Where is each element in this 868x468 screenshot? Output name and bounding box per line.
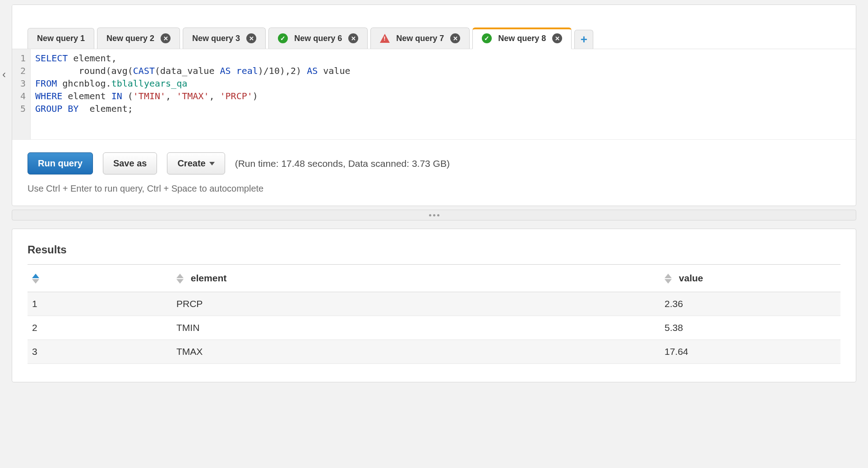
tab-query[interactable]: New query 3✕ xyxy=(183,28,266,49)
results-header-row: element value xyxy=(28,265,840,292)
col-element-label: element xyxy=(191,273,226,283)
cell-rownum: 2 xyxy=(28,316,172,340)
tab-query[interactable]: New query 1 xyxy=(28,28,94,49)
query-editor-panel: New query 1New query 2✕New query 3✕✓New … xyxy=(12,5,856,206)
sort-icon xyxy=(665,274,672,284)
close-icon[interactable]: ✕ xyxy=(552,33,562,43)
tab-query[interactable]: New query 7✕ xyxy=(370,28,470,49)
save-as-label: Save as xyxy=(113,158,147,169)
tab-label: New query 2 xyxy=(106,34,154,43)
table-row: 3TMAX17.64 xyxy=(28,340,840,364)
table-row: 1PRCP2.36 xyxy=(28,292,840,316)
run-stats: (Run time: 17.48 seconds, Data scanned: … xyxy=(235,158,450,169)
results-header-rownum[interactable] xyxy=(28,265,172,292)
warning-triangle-icon xyxy=(380,34,390,43)
close-icon[interactable]: ✕ xyxy=(246,33,256,43)
tab-query[interactable]: ✓New query 6✕ xyxy=(268,28,368,49)
results-table: element value 1PRCP2.362TMIN5.383TMAX17.… xyxy=(28,265,840,364)
drag-handle-icon xyxy=(429,214,439,216)
create-button[interactable]: Create xyxy=(167,152,225,174)
run-query-button[interactable]: Run query xyxy=(28,152,93,174)
run-query-label: Run query xyxy=(38,158,83,169)
sidebar-collapse-handle[interactable]: ‹ xyxy=(0,61,9,88)
tab-label: New query 7 xyxy=(396,34,444,43)
create-label: Create xyxy=(177,158,205,169)
close-icon[interactable]: ✕ xyxy=(348,33,358,43)
sort-icon xyxy=(32,274,39,284)
tab-label: New query 6 xyxy=(294,34,342,43)
table-row: 2TMIN5.38 xyxy=(28,316,840,340)
save-as-button[interactable]: Save as xyxy=(103,152,157,174)
editor-gutter: 12345 xyxy=(12,49,31,139)
sort-icon xyxy=(176,274,184,284)
results-panel: Results element xyxy=(12,229,856,382)
check-circle-icon: ✓ xyxy=(278,33,288,43)
tab-label: New query 1 xyxy=(37,34,85,43)
col-value-label: value xyxy=(679,273,703,283)
results-header-value[interactable]: value xyxy=(660,265,840,292)
cell-element: PRCP xyxy=(172,292,660,316)
editor-hint: Use Ctrl + Enter to run query, Ctrl + Sp… xyxy=(12,179,856,203)
plus-icon: + xyxy=(581,32,587,46)
check-circle-icon: ✓ xyxy=(482,33,492,43)
tab-query[interactable]: New query 2✕ xyxy=(97,28,180,49)
panel-splitter[interactable] xyxy=(12,210,856,220)
caret-down-icon xyxy=(209,162,215,165)
cell-element: TMIN xyxy=(172,316,660,340)
cell-value: 2.36 xyxy=(660,292,840,316)
cell-element: TMAX xyxy=(172,340,660,364)
editor-toolbar: Run query Save as Create (Run time: 17.4… xyxy=(12,139,856,179)
cell-rownum: 3 xyxy=(28,340,172,364)
results-header-element[interactable]: element xyxy=(172,265,660,292)
add-tab-button[interactable]: + xyxy=(574,30,593,49)
chevron-left-icon: ‹ xyxy=(2,68,6,81)
sql-editor[interactable]: 12345 SELECT element, round(avg(CAST(dat… xyxy=(12,49,856,139)
tab-label: New query 8 xyxy=(498,34,546,43)
cell-value: 5.38 xyxy=(660,316,840,340)
close-icon[interactable]: ✕ xyxy=(161,33,171,43)
editor-code[interactable]: SELECT element, round(avg(CAST(data_valu… xyxy=(31,49,355,139)
cell-rownum: 1 xyxy=(28,292,172,316)
tab-label: New query 3 xyxy=(192,34,240,43)
cell-value: 17.64 xyxy=(660,340,840,364)
close-icon[interactable]: ✕ xyxy=(450,33,460,43)
tab-strip: New query 1New query 2✕New query 3✕✓New … xyxy=(12,5,856,49)
results-title: Results xyxy=(28,229,840,265)
tab-query[interactable]: ✓New query 8✕ xyxy=(472,28,572,49)
